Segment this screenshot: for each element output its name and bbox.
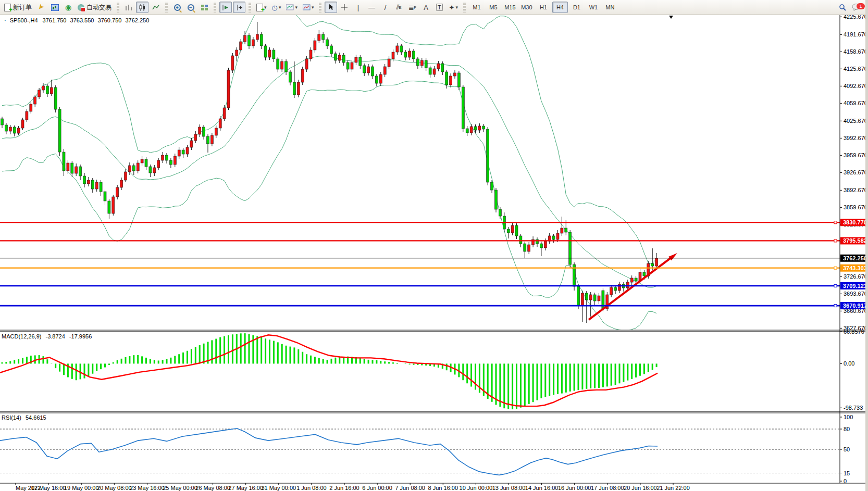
price-badge-text: 3709.121 bbox=[843, 283, 867, 289]
new-chart-button[interactable] bbox=[48, 2, 61, 13]
candle-body bbox=[190, 141, 193, 147]
timeframe-button-m5[interactable]: M5 bbox=[486, 2, 501, 13]
candle-body bbox=[593, 295, 596, 301]
toolbar-grip bbox=[319, 2, 321, 12]
candle-body bbox=[466, 129, 468, 133]
candlestick-chart-button[interactable] bbox=[136, 2, 148, 13]
bar-chart-button[interactable] bbox=[122, 2, 135, 13]
candle-body bbox=[552, 236, 555, 240]
candle-body bbox=[383, 67, 386, 74]
tile-windows-button[interactable] bbox=[198, 2, 210, 13]
autotrading-button[interactable]: 自动交易 bbox=[76, 2, 114, 13]
timeframe-button-m15[interactable]: M15 bbox=[502, 2, 518, 13]
timeframe-button-m1[interactable]: M1 bbox=[469, 2, 485, 13]
metaeditor-button[interactable]: ➤ bbox=[35, 2, 47, 13]
chart-canvas[interactable]: 4225.6704191.6704158.6704125.6704092.670… bbox=[0, 0, 868, 491]
price-badge-3670.917[interactable]: 3670.917 bbox=[840, 302, 868, 309]
zoom-in-button[interactable]: + bbox=[171, 2, 183, 13]
text-tool-button[interactable]: A bbox=[419, 2, 432, 13]
candle-body bbox=[9, 127, 11, 131]
toolbar-group-scroll bbox=[217, 0, 247, 15]
candle-body bbox=[614, 287, 617, 291]
candle-body bbox=[610, 287, 613, 295]
trendline-button[interactable]: / bbox=[379, 2, 391, 13]
toolbar-group-charttype bbox=[120, 0, 164, 15]
candle-body bbox=[457, 73, 460, 87]
crosshair-button[interactable] bbox=[338, 2, 351, 13]
price-badge-3709.121[interactable]: 3709.121 bbox=[840, 282, 868, 289]
horizontal-line-icon: — bbox=[368, 4, 375, 11]
price-badge-text: 3743.303 bbox=[843, 265, 867, 271]
candle-body bbox=[91, 180, 94, 189]
candle-body bbox=[388, 59, 390, 67]
timeframe-button-d1[interactable]: D1 bbox=[569, 2, 585, 13]
vertical-line-button[interactable]: | bbox=[352, 2, 364, 13]
price-badge-3743.303[interactable]: 3743.303 bbox=[840, 265, 868, 272]
candle-body bbox=[314, 41, 316, 50]
level-line-handle[interactable] bbox=[834, 240, 837, 242]
candle-body bbox=[260, 34, 263, 46]
level-line-handle[interactable] bbox=[834, 221, 837, 224]
chart-shift-button[interactable] bbox=[233, 2, 245, 13]
arrows-tool-button[interactable]: ✦▾ bbox=[447, 2, 460, 13]
candle-body bbox=[268, 50, 271, 57]
level-line-handle[interactable] bbox=[834, 305, 837, 307]
indicators-dropdown-button[interactable]: ▾ bbox=[284, 2, 300, 13]
timeframe-button-h4[interactable]: H4 bbox=[552, 2, 568, 13]
candle-body bbox=[334, 54, 337, 60]
candle-body bbox=[227, 70, 230, 108]
rsi-name: RSI(14) bbox=[2, 414, 21, 421]
level-line-handle[interactable] bbox=[834, 284, 837, 287]
price-tick-label: 4125.670 bbox=[844, 66, 867, 72]
search-button[interactable] bbox=[836, 2, 849, 13]
timeframe-button-m30[interactable]: M30 bbox=[519, 2, 535, 13]
candle-body bbox=[301, 69, 304, 82]
candle-body bbox=[511, 225, 514, 233]
price-tick-label: 3859.670 bbox=[844, 204, 867, 210]
chart-symbol-period: SP500-,H4 bbox=[10, 17, 38, 23]
candle-body bbox=[240, 42, 242, 50]
zoom-out-button[interactable]: − bbox=[184, 2, 197, 13]
text-label-icon: T bbox=[436, 4, 443, 11]
candle-body bbox=[157, 160, 160, 168]
candle bbox=[231, 53, 234, 73]
channel-button[interactable]: ⫽E bbox=[392, 2, 405, 13]
candle-body bbox=[326, 40, 329, 46]
time-axis[interactable]: May 202217 May 16:0019 May 00:0020 May 0… bbox=[16, 483, 690, 491]
candle-body bbox=[515, 225, 518, 236]
candle-body bbox=[433, 69, 436, 74]
chart-window-icon bbox=[51, 4, 59, 11]
candle-body bbox=[145, 159, 147, 167]
timeframe-button-w1[interactable]: W1 bbox=[586, 2, 601, 13]
candle-body bbox=[643, 272, 646, 276]
auto-scroll-button[interactable] bbox=[219, 2, 232, 13]
templates-dropdown-button[interactable]: ▾ bbox=[301, 2, 316, 13]
cursor-button[interactable] bbox=[325, 2, 337, 13]
candle-body bbox=[207, 136, 209, 144]
candle-body bbox=[598, 296, 600, 301]
order-dropdown-button[interactable]: ▾ bbox=[254, 2, 269, 13]
new-order-button[interactable]: 新订单 bbox=[2, 2, 34, 13]
price-badge-3795.582[interactable]: 3795.582 bbox=[840, 237, 868, 244]
level-line-handle[interactable] bbox=[834, 267, 837, 269]
chat-badge: 1 bbox=[857, 3, 865, 9]
candle-body bbox=[58, 109, 61, 152]
price-badge-3762.250[interactable]: 3762.250 bbox=[840, 255, 868, 262]
fibonacci-button[interactable]: ≣F bbox=[406, 2, 418, 13]
toolbar-grip bbox=[117, 2, 119, 12]
periods-dropdown-button[interactable]: ◷▾ bbox=[270, 2, 283, 13]
candle-body bbox=[87, 180, 90, 184]
timeframe-button-h1[interactable]: H1 bbox=[536, 2, 551, 13]
data-window-button[interactable]: ◉ bbox=[62, 2, 75, 13]
price-badge-3830.770[interactable]: 3830.770 bbox=[840, 219, 868, 226]
chat-button[interactable]: 1 bbox=[850, 2, 862, 13]
candle-body bbox=[166, 155, 168, 160]
text-label-button[interactable]: T bbox=[433, 2, 445, 13]
price-tick-label: 4191.670 bbox=[844, 31, 867, 37]
candle-body bbox=[441, 64, 444, 72]
line-chart-button[interactable] bbox=[150, 2, 162, 13]
candle bbox=[227, 68, 230, 110]
time-tick-label: 13 Jun 08:00 bbox=[492, 485, 526, 491]
horizontal-line-button[interactable]: — bbox=[365, 2, 378, 13]
timeframe-button-mn[interactable]: MN bbox=[602, 2, 618, 13]
